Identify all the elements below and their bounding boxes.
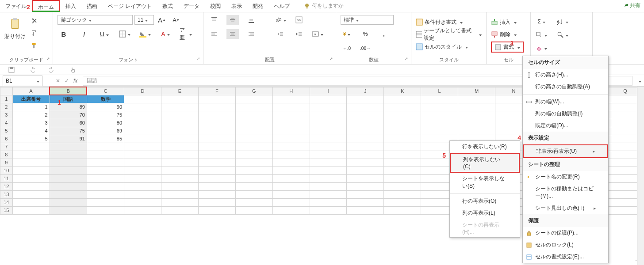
save-icon[interactable] <box>5 65 18 75</box>
cell-C7[interactable] <box>87 143 124 151</box>
cell-K12[interactable] <box>384 182 421 190</box>
tab-help[interactable]: ヘルプ <box>268 0 295 12</box>
cell-E6[interactable] <box>161 135 199 143</box>
cell-B10[interactable] <box>50 167 87 174</box>
cell-B6[interactable]: 91 <box>50 135 87 143</box>
cell-I6[interactable] <box>310 135 347 143</box>
cell-G8[interactable] <box>235 151 272 159</box>
select-all-corner[interactable] <box>0 87 13 95</box>
cell-B13[interactable] <box>50 190 87 198</box>
cell-A4[interactable]: 3 <box>12 119 50 127</box>
fill-icon[interactable] <box>535 30 548 40</box>
font-color-button[interactable]: A <box>159 29 172 39</box>
cell-A6[interactable]: 5 <box>12 135 50 143</box>
row-header-2[interactable]: 2 <box>0 103 13 111</box>
column-header-B[interactable]: B <box>50 87 87 95</box>
cell-G5[interactable] <box>235 127 272 135</box>
cell-B4[interactable]: 60 <box>50 119 87 127</box>
cell-I7[interactable] <box>310 143 347 151</box>
confirm-icon[interactable]: ✓ <box>65 78 69 84</box>
format-cells-button[interactable]: 書式 <box>491 42 524 53</box>
cell-H1[interactable] <box>272 95 310 103</box>
cell-G10[interactable] <box>235 167 272 174</box>
cell-F9[interactable] <box>198 159 235 167</box>
align-center-icon[interactable] <box>226 29 239 39</box>
cell-J7[interactable] <box>347 143 384 151</box>
cell-E14[interactable] <box>161 198 199 206</box>
cell-C4[interactable]: 80 <box>87 119 124 127</box>
menu-col-width[interactable]: 列の幅(W)... <box>523 96 608 108</box>
cell-K3[interactable] <box>384 111 421 119</box>
cell-L4[interactable] <box>421 119 458 127</box>
cancel-icon[interactable]: ✕ <box>56 78 60 84</box>
cell-H14[interactable] <box>272 198 310 206</box>
wrap-text-icon[interactable]: ab <box>293 15 305 25</box>
cell-G4[interactable] <box>235 119 272 127</box>
row-header-10[interactable]: 10 <box>0 167 13 174</box>
formula-expand-icon[interactable] <box>639 78 641 84</box>
cell-F3[interactable] <box>198 111 235 119</box>
redo-icon[interactable] <box>46 65 58 75</box>
tab-home[interactable]: ホーム <box>32 0 60 12</box>
cell-I13[interactable] <box>310 190 347 198</box>
cell-E12[interactable] <box>161 182 199 190</box>
increase-indent-icon[interactable] <box>293 29 305 39</box>
menu-hide-unhide[interactable]: 非表示/再表示(U)▸ <box>523 144 608 158</box>
cell-styles-button[interactable]: セルのスタイル <box>416 42 468 52</box>
cell-J3[interactable] <box>347 111 384 119</box>
cell-J9[interactable] <box>347 159 384 167</box>
comma-icon[interactable]: , <box>378 29 390 39</box>
cell-C9[interactable] <box>87 159 124 167</box>
cell-E3[interactable] <box>161 111 199 119</box>
align-top-icon[interactable] <box>208 15 220 25</box>
format-painter-icon[interactable] <box>28 41 41 50</box>
decrease-indent-icon[interactable] <box>274 29 287 39</box>
cell-D11[interactable] <box>124 174 161 182</box>
menu-tab-color[interactable]: シート見出しの色(T)▸ <box>523 202 608 214</box>
cell-I4[interactable] <box>310 119 347 127</box>
column-header-H[interactable]: H <box>272 87 310 95</box>
cell-B9[interactable] <box>50 159 87 167</box>
cell-H10[interactable] <box>272 167 310 174</box>
row-header-3[interactable]: 3 <box>0 111 13 119</box>
cell-E11[interactable] <box>161 174 199 182</box>
cell-J6[interactable] <box>347 135 384 143</box>
decrease-font-icon[interactable]: A▼ <box>170 15 182 25</box>
submenu-hide-sheet[interactable]: シートを表示しない(S) <box>450 173 520 192</box>
cell-F15[interactable] <box>198 206 235 214</box>
clear-icon[interactable] <box>535 43 548 53</box>
tab-view[interactable]: 表示 <box>226 0 247 12</box>
cell-I11[interactable] <box>310 174 347 182</box>
row-header-15[interactable]: 15 <box>0 206 13 214</box>
cell-B11[interactable] <box>50 174 87 182</box>
currency-icon[interactable]: ¥ <box>341 29 353 39</box>
menu-autofit-row[interactable]: 行の高さの自動調整(A) <box>523 81 608 93</box>
cell-F4[interactable] <box>198 119 235 127</box>
cell-M4[interactable] <box>458 119 495 127</box>
tab-data[interactable]: データ <box>178 0 205 12</box>
cell-D14[interactable] <box>124 198 161 206</box>
menu-row-height[interactable]: 行の高さ(H)... <box>523 69 608 81</box>
insert-cells-button[interactable]: 挿入 <box>491 17 517 27</box>
cell-I10[interactable] <box>310 167 347 174</box>
cell-A14[interactable] <box>12 198 50 206</box>
cell-J15[interactable] <box>347 206 384 214</box>
cell-G2[interactable] <box>235 103 272 111</box>
clipboard-launcher-icon[interactable]: ⤢ <box>46 57 50 61</box>
share-button[interactable]: 共有 <box>624 2 640 9</box>
font-name-select[interactable]: 游ゴシック <box>58 15 133 25</box>
cell-E13[interactable] <box>161 190 199 198</box>
column-header-A[interactable]: A <box>12 87 50 95</box>
cell-F5[interactable] <box>198 127 235 135</box>
cell-G12[interactable] <box>235 182 272 190</box>
number-format-select[interactable]: 標準 <box>341 15 394 25</box>
cell-C2[interactable]: 90 <box>87 103 124 111</box>
cell-C1[interactable]: 数学 <box>87 95 124 103</box>
menu-protect-sheet[interactable]: シートの保護(P)... <box>523 227 608 239</box>
cell-I9[interactable] <box>310 159 347 167</box>
cell-I8[interactable] <box>310 151 347 159</box>
cell-H7[interactable] <box>272 143 310 151</box>
cell-D6[interactable] <box>124 135 161 143</box>
cell-A10[interactable] <box>12 167 50 174</box>
cell-C12[interactable] <box>87 182 124 190</box>
